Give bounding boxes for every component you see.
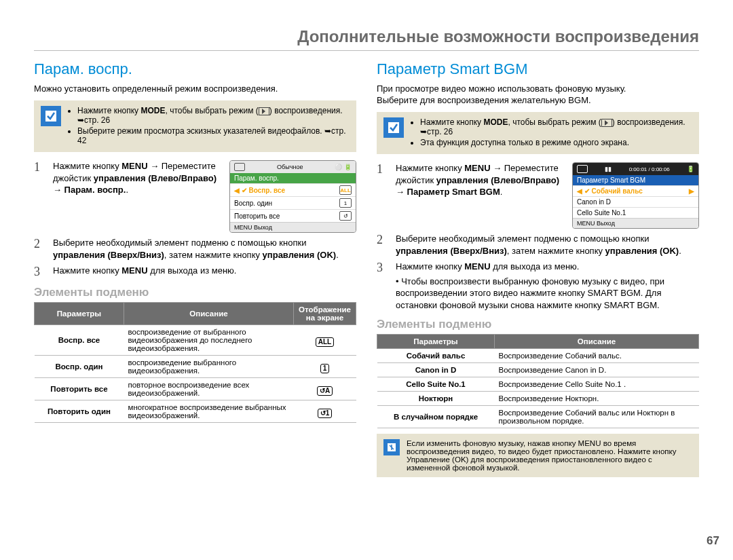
table-row: Собачий вальсВоспроизведение Собачий вал…: [377, 349, 699, 363]
page-number: 67: [707, 534, 719, 548]
right-step-3: 3 Нажмите кнопку MENU для выхода из меню…: [377, 261, 699, 311]
footnote-text: Если изменить фоновую музыку, нажав кноп…: [407, 439, 692, 472]
left-column: Парам. воспр. Можно установить определен…: [34, 60, 356, 485]
page-header: Дополнительные возможности воспроизведен…: [34, 27, 699, 51]
ss-exit: MENU Выход: [573, 218, 698, 228]
svg-rect-0: [45, 111, 56, 122]
check-icon: [383, 117, 404, 138]
right-subheading: Элементы подменю: [377, 318, 699, 331]
right-note: Нажмите кнопку MODE, чтобы выбрать режим…: [377, 112, 699, 154]
table-row: НоктюрнВоспроизведение Ноктюрн.: [377, 392, 699, 406]
left-note: Нажмите кнопку MODE, чтобы выбрать режим…: [34, 100, 356, 152]
ss-row-selected: ◀ ✔ Собачий вальс▶: [573, 185, 698, 196]
step-number: 1: [34, 160, 46, 233]
play-mode-icon: [259, 107, 269, 115]
left-screenshot: Обычное ⚪ 🔋 Парам. воспр. ◀ ✔ Воспр. все…: [229, 160, 356, 233]
check-icon: [41, 106, 61, 126]
left-intro: Можно установить определенный режим восп…: [34, 83, 356, 94]
right-step-2: 2 Выберите необходимый элемент подменю с…: [377, 233, 699, 257]
left-note-text: Нажмите кнопку MODE, чтобы выбрать режим…: [68, 106, 350, 147]
right-footnote: Если изменить фоновую музыку, нажав кноп…: [377, 434, 699, 477]
right-column: Параметр Smart BGM При просмотре видео м…: [377, 60, 699, 485]
table-row: Воспр. одинвоспроизведение выбранного ви…: [35, 356, 356, 378]
right-note-text: Нажмите кнопку MODE, чтобы выбрать режим…: [411, 117, 692, 149]
left-subheading: Элементы подменю: [34, 286, 356, 299]
ss-row-selected: ◀ ✔ Воспр. все ALL: [230, 183, 356, 196]
table-row: Canon in DВоспроизведение Canon in D.: [377, 363, 699, 377]
right-step-1: 1 Нажмите кнопку MENU → Переместите джой…: [377, 162, 699, 229]
left-step-1: 1 Нажмите кнопку MENU → Переместите джой…: [34, 160, 356, 233]
play-mode-icon: [601, 119, 612, 127]
table-row: В случайном порядкеВоспроизведение Собач…: [377, 406, 699, 428]
ss-exit: MENU Выход: [230, 222, 356, 232]
camera-icon: [234, 163, 245, 171]
ss-title: Параметр Smart BGM: [573, 175, 698, 185]
table-row: Повторить одинмногократное воспроизведен…: [35, 400, 356, 423]
left-step-3: 3 Нажмите кнопку MENU для выхода из меню…: [34, 265, 356, 279]
left-step-2: 2 Выберите необходимый элемент подменю с…: [34, 237, 356, 261]
right-table: Параметры Описание Собачий вальсВоспроиз…: [377, 334, 699, 428]
svg-rect-1: [388, 122, 399, 133]
manual-page: Дополнительные возможности воспроизведен…: [0, 0, 733, 560]
step3-sub-bullet: Чтобы воспроизвести выбранную фоновую му…: [396, 276, 699, 312]
info-icon: [383, 439, 400, 455]
table-row: Cello Suite No.1Воспроизведение Cello Su…: [377, 377, 699, 392]
left-table: Параметры Описание Отображение на экране…: [34, 302, 356, 423]
table-row: Повторить всеповторное воспроизведение в…: [35, 378, 356, 400]
table-row: Воспр. всевоспроизведение от выбранного …: [35, 325, 356, 356]
left-heading: Парам. воспр.: [34, 60, 356, 78]
ss-title: Парам. воспр.: [230, 173, 356, 183]
right-heading: Параметр Smart BGM: [377, 60, 699, 78]
camera-icon: [577, 165, 588, 173]
right-intro1: При просмотре видео можно использовать ф…: [377, 83, 699, 94]
right-screenshot: ▮▮ 0:00:01 / 0:00:06 🔋 Параметр Smart BG…: [572, 162, 699, 229]
content-columns: Парам. воспр. Можно установить определен…: [34, 60, 699, 485]
right-intro2: Выберите для воспроизведения желательную…: [377, 95, 699, 105]
